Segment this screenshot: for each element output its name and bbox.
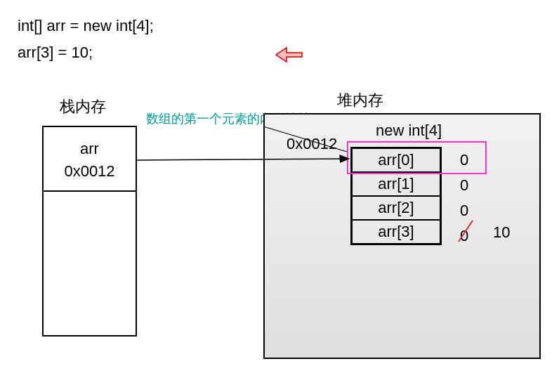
stack-var-addr: 0x0012 — [64, 162, 114, 180]
stack-title: 栈内存 — [60, 96, 106, 117]
heap-address-label: 0x0012 — [287, 135, 337, 153]
heap-new-expr: new int[4] — [376, 122, 442, 140]
value-3: 0 — [460, 223, 468, 249]
value-1: 0 — [460, 173, 468, 198]
heap-title: 堆内存 — [337, 90, 383, 111]
array-cell-2: arr[2] — [352, 196, 440, 220]
array-cell-3: arr[3] — [352, 220, 440, 244]
value-2: 0 — [460, 198, 468, 223]
array-cell-1: arr[1] — [352, 172, 440, 196]
stack-var-name: arr — [80, 140, 99, 157]
left-arrow-icon — [276, 48, 302, 62]
stack-divider — [44, 190, 136, 192]
updated-value: 10 — [493, 223, 510, 242]
code-block: int[] arr = new int[4]; arr[3] = 10; — [18, 13, 154, 66]
highlight-first-element — [347, 141, 487, 174]
code-line-2: arr[3] = 10; — [18, 39, 154, 66]
code-line-1: int[] arr = new int[4]; — [18, 13, 154, 39]
stack-memory-box: arr 0x0012 — [42, 126, 137, 337]
stack-variable: arr 0x0012 — [44, 138, 136, 183]
